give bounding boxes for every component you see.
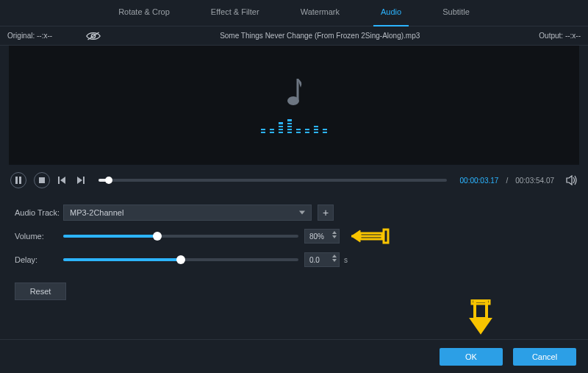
skip-forward-icon[interactable] [75, 175, 85, 185]
progress-slider[interactable] [98, 179, 447, 182]
annotation-arrow-down-icon [467, 299, 494, 339]
delay-slider[interactable] [63, 258, 298, 261]
controls-panel: Audio Track: MP3-2Channel + Volume: 80% … [0, 191, 588, 300]
total-time: 00:03:54.07 [515, 177, 554, 185]
chevron-down-icon[interactable] [332, 259, 337, 262]
delay-label: Delay: [15, 255, 63, 264]
volume-label: Volume: [15, 232, 63, 241]
equalizer-icon [261, 121, 327, 133]
audio-track-label: Audio Track: [15, 208, 63, 217]
skip-back-icon[interactable] [57, 175, 68, 185]
file-title: Some Things Never Change (From Frozen 2S… [101, 32, 539, 40]
chevron-up-icon[interactable] [332, 255, 337, 257]
output-label: Output: --:x-- [539, 32, 581, 40]
preview-area [9, 46, 579, 165]
volume-slider[interactable] [63, 235, 298, 238]
ok-button[interactable]: OK [440, 348, 503, 366]
eye-off-icon[interactable] [86, 31, 101, 41]
tab-audio[interactable]: Audio [360, 0, 422, 26]
tab-subtitle[interactable]: Subtitle [422, 0, 490, 26]
cancel-button[interactable]: Cancel [513, 348, 576, 366]
audio-track-select[interactable]: MP3-2Channel [63, 205, 312, 221]
tab-watermark[interactable]: Watermark [280, 0, 360, 26]
pause-button[interactable] [10, 172, 26, 188]
reset-button[interactable]: Reset [15, 283, 66, 300]
delay-unit: s [344, 256, 348, 264]
tab-bar: Rotate & Crop Effect & Filter Watermark … [0, 0, 588, 26]
transport-bar: 00:00:03.17/00:03:54.07 [0, 169, 588, 191]
music-note-icon [283, 77, 305, 108]
chevron-down-icon[interactable] [332, 235, 337, 238]
tab-rotate-crop[interactable]: Rotate & Crop [98, 0, 190, 26]
current-time: 00:00:03.17 [460, 177, 499, 185]
info-bar: Original: --:x-- Some Things Never Chang… [0, 26, 588, 46]
delay-stepper[interactable]: 0.0 [304, 252, 340, 267]
svg-rect-4 [19, 177, 21, 184]
add-track-button[interactable]: + [318, 205, 334, 221]
tab-effect-filter[interactable]: Effect & Filter [190, 0, 280, 26]
chevron-down-icon [299, 211, 305, 215]
svg-rect-6 [58, 177, 60, 184]
chevron-up-icon[interactable] [332, 231, 337, 234]
svg-rect-3 [15, 177, 18, 184]
stop-button[interactable] [34, 172, 50, 188]
svg-rect-7 [83, 177, 85, 184]
svg-rect-5 [39, 177, 45, 183]
volume-icon[interactable] [566, 175, 578, 185]
svg-point-2 [287, 96, 299, 105]
volume-stepper[interactable]: 80% [304, 229, 340, 244]
original-label: Original: --:x-- [7, 32, 52, 40]
footer-bar: OK Cancel [0, 339, 588, 373]
